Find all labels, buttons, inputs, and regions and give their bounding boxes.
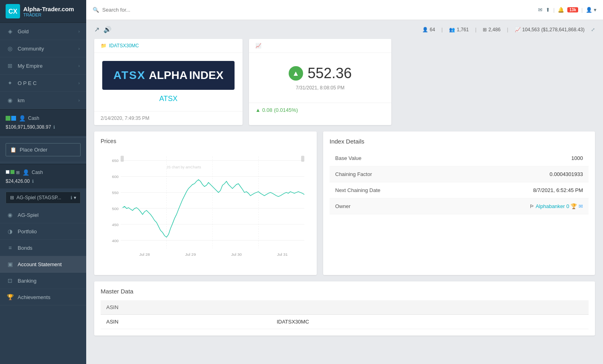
cash-info-icon[interactable]: ℹ	[53, 125, 55, 130]
col-asin: ASIN	[101, 300, 271, 315]
sidebar-item-km[interactable]: ◉ km ›	[0, 92, 86, 109]
price-card: 📈 ▲ 552.36 7/31/2021, 8:08:05 PM ▲ 0.08 …	[249, 39, 391, 125]
sidebar-item-account-statement[interactable]: ▣ Account Statement	[0, 256, 86, 273]
secondary-cash-amount: $24,426.00	[6, 178, 30, 184]
users-count: 64	[430, 27, 435, 32]
account-dropdown[interactable]: ⊞ AG-Spiel (STAGSP... ℹ ▾	[6, 192, 81, 204]
owner-mail-icon[interactable]: ✉	[579, 203, 583, 209]
stat-groups: ⊞ 2,486	[483, 27, 500, 32]
change-pct: (0.0145%)	[274, 107, 298, 113]
sidebar-item-gold[interactable]: ◈ Gold ›	[0, 23, 86, 40]
alpha-label: ALPHA	[149, 69, 187, 82]
cash-amount: $106,971,590,308.97	[6, 124, 51, 130]
svg-text:400: 400	[112, 239, 119, 243]
sidebar-item-ag-spiel[interactable]: ◉ AG-Spiel	[0, 207, 86, 223]
detail-label-next-chain: Next Chaining Date	[335, 187, 380, 193]
banking-icon: ⊡	[6, 277, 14, 284]
achievements-icon: 🏆	[6, 293, 14, 301]
community-icon: ◎	[6, 45, 14, 52]
owner-flag-icon: 🏳	[530, 204, 534, 209]
sidebar-item-my-empire[interactable]: ⊞ My Empire ›	[0, 57, 86, 75]
place-order-label: Place Order	[20, 147, 47, 153]
index-date: 2/14/2020, 7:49:35 PM	[101, 115, 149, 121]
change-display: ▲ 0.08 (0.0145%)	[255, 107, 385, 113]
dropdown-arrow: ▾	[74, 195, 76, 200]
app-sub: TRADER	[23, 12, 74, 17]
sidebar-item-opec[interactable]: ✦ O P E C ›	[0, 75, 86, 92]
cash-icon-2	[11, 116, 16, 121]
change-up-icon: ▲	[255, 107, 261, 113]
asin-label: ASIN	[101, 315, 271, 329]
user-menu-icon[interactable]: 👤 ▾	[586, 7, 597, 13]
detail-value-chaining: 0.0004301933	[550, 171, 583, 177]
notification-bell-icon[interactable]: 🔔	[558, 7, 564, 13]
charts-details-row: Prices	[86, 131, 603, 281]
detail-value-owner: 🏳 Alphabanker 0 🏆 ✉	[530, 203, 583, 209]
chart-container: 650 600 550 500 450 400 Jul 28 Jul 29 Ju…	[101, 148, 310, 269]
sidebar-label-achievements: Achievements	[18, 294, 51, 300]
sidebar-label-empire: My Empire	[18, 63, 42, 69]
place-order-button[interactable]: 📋 Place Order	[6, 143, 81, 156]
top-bar: ↗ 🔊 👤 64 | 👥 1,761 | ⊞ 2,486 |	[86, 20, 603, 39]
dropdown-icon: ⊞	[10, 195, 14, 200]
svg-text:550: 550	[112, 190, 119, 195]
svg-rect-24	[301, 156, 304, 162]
groups-count: 2,486	[488, 27, 500, 32]
svg-text:Jul 31: Jul 31	[277, 252, 288, 257]
chevron-right-icon-2: ›	[78, 46, 80, 51]
sidebar-item-achievements[interactable]: 🏆 Achievements	[0, 289, 86, 305]
asin-value: IDATSX30MC	[271, 315, 589, 329]
svg-text:600: 600	[112, 174, 119, 179]
detail-value-next-chain: 8/7/2021, 6:52:45 PM	[533, 187, 583, 193]
sidebar-item-portfolio[interactable]: ◑ Portfolio	[0, 223, 86, 240]
sidebar-label-bonds: Bonds	[18, 245, 32, 251]
upload-icon[interactable]: ⬆	[546, 7, 550, 13]
sidebar-item-bonds[interactable]: ≡ Bonds	[0, 240, 86, 256]
index-code[interactable]: IDATSX30MC	[109, 43, 139, 49]
users-icon: 👤	[422, 27, 428, 32]
svg-text:Jul 29: Jul 29	[185, 252, 196, 257]
portfolio-icon: ◑	[6, 228, 14, 235]
prices-chart-svg: 650 600 550 500 450 400 Jul 28 Jul 29 Ju…	[101, 148, 310, 269]
atsx-logo: ATSX ALPHA INDEX	[102, 61, 235, 90]
svg-text:Jul 30: Jul 30	[231, 252, 242, 257]
secondary-cash-info-icon[interactable]: ℹ	[32, 179, 34, 184]
price-date: 7/31/2021, 8:08:05 PM	[257, 85, 383, 91]
folder-icon: 📁	[101, 43, 107, 49]
cash-section: 👤 Cash $106,971,590,308.97 ℹ	[0, 109, 86, 135]
share-icon[interactable]: ↗	[94, 26, 99, 33]
secondary-cash-label: Cash	[32, 170, 43, 175]
chevron-right-icon-4: ›	[78, 81, 80, 85]
svg-text:500: 500	[112, 206, 119, 211]
svg-text:450: 450	[112, 222, 119, 227]
index-details-card: Index Details Base Value 1000 Chaining F…	[323, 131, 595, 275]
price-card-header: 📈	[249, 39, 391, 53]
chevron-right-icon-3: ›	[78, 63, 80, 68]
chart-title: Prices	[101, 138, 310, 144]
detail-row-chaining: Chaining Factor 0.0004301933	[330, 166, 589, 182]
sidebar-item-banking[interactable]: ⊡ Banking	[0, 273, 86, 289]
sidebar-logo: CX Alpha-Trader.com TRADER	[0, 0, 86, 23]
search-input[interactable]	[102, 7, 182, 13]
detail-value-base: 1000	[571, 155, 583, 161]
user-cash-icon: 👤	[18, 115, 26, 122]
index-label: INDEX	[189, 69, 224, 82]
top-bar-left: ↗ 🔊	[94, 26, 111, 33]
atsx-link[interactable]: ATSX	[102, 95, 235, 103]
stat-transactions: 📈 104,563 ($1,278,641,868.43)	[515, 27, 585, 32]
sidebar: CX Alpha-Trader.com TRADER ◈ Gold › ◎ Co…	[0, 0, 86, 364]
divider-1	[0, 137, 86, 138]
owner-link[interactable]: Alphabanker 0	[536, 203, 569, 209]
account-statement-icon: ▣	[6, 261, 14, 268]
secondary-cash-icons: ⊞	[6, 170, 20, 175]
price-display: ▲ 552.36 7/31/2021, 8:08:05 PM	[249, 53, 391, 103]
sound-icon[interactable]: 🔊	[103, 26, 111, 33]
mail-icon[interactable]: ✉	[538, 7, 542, 13]
sidebar-item-community[interactable]: ◎ Community ›	[0, 40, 86, 57]
index-card: 📁 IDATSX30MC ATSX ALPHA INDEX ATSX 2/14/…	[94, 39, 243, 125]
sep-3: |	[507, 27, 508, 32]
price-change: ▲ 0.08 (0.0145%)	[249, 103, 391, 117]
transactions-count: 104,563	[522, 27, 540, 32]
expand-icon[interactable]: ⤢	[591, 27, 595, 32]
sidebar-nav: ◈ Gold › ◎ Community › ⊞ My Empire › ✦	[0, 23, 86, 364]
